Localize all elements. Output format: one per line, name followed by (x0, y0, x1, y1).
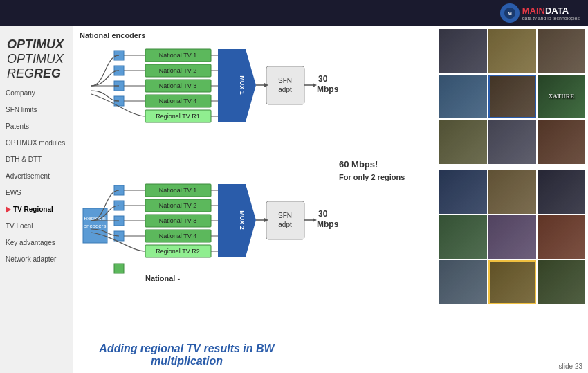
svg-text:National TV 1: National TV 1 (159, 187, 196, 194)
sidebar: OPTIMUX OPTIMUX REGREG Company SFN limit… (0, 26, 73, 373)
img-cell-nature: XATURE (538, 75, 585, 119)
svg-text:adpt: adpt (278, 86, 292, 93)
diagram-svg: National TV 1 National TV 2 National TV … (76, 46, 380, 319)
img-cell (488, 170, 536, 214)
diagram-area: National encoders National TV 1 National… (73, 26, 439, 373)
svg-text:MUX 2: MUX 2 (239, 210, 246, 230)
svg-marker-24 (218, 49, 256, 122)
sidebar-item-tv-local[interactable]: TV Local (0, 218, 73, 235)
img-cell-highlighted-yellow (488, 260, 536, 304)
img-cell (488, 120, 536, 164)
img-cell (439, 29, 487, 73)
img-cell (439, 120, 487, 164)
svg-text:encoders: encoders (84, 223, 107, 229)
svg-text:30: 30 (318, 209, 328, 219)
sidebar-item-patents[interactable]: Patents (0, 118, 73, 135)
sidebar-item-tv-regional[interactable]: TV Regional (0, 201, 73, 218)
main-content: OPTIMUX OPTIMUX REGREG Company SFN limit… (0, 26, 588, 373)
img-cell (538, 260, 585, 304)
img-cell (538, 170, 585, 214)
sidebar-item-dth[interactable]: DTH & DTT (0, 152, 73, 168)
svg-text:Regional TV R1: Regional TV R1 (156, 113, 199, 120)
svg-text:National TV 4: National TV 4 (159, 233, 196, 239)
img-cell (488, 215, 536, 260)
svg-text:National -: National - (145, 274, 180, 282)
logo: M MAINDATA data tv and ip technologies (500, 3, 580, 23)
sidebar-item-advertisement[interactable]: Advertisement (0, 168, 73, 185)
svg-text:National TV 2: National TV 2 (159, 202, 196, 209)
sidebar-item-ews[interactable]: EWS (0, 185, 73, 201)
mbps-info-line1: 60 Mbps! (339, 158, 405, 172)
img-cell (538, 120, 585, 164)
nat-enc-label: National encoders (80, 30, 145, 40)
img-cell (439, 75, 487, 119)
sidebar-item-key-advantages[interactable]: Key advantages (0, 235, 73, 251)
image-panel: XATURE (439, 26, 588, 373)
svg-marker-63 (218, 184, 256, 257)
svg-text:30: 30 (318, 74, 328, 84)
svg-text:SFN: SFN (278, 77, 292, 84)
img-cell (488, 29, 536, 73)
svg-text:Mbps: Mbps (317, 219, 339, 229)
svg-text:adpt: adpt (278, 221, 292, 228)
top-image-grid: XATURE (439, 29, 585, 164)
page-title: OPTIMUX OPTIMUX REGREG (0, 32, 73, 85)
mbps-info: 60 Mbps! For only 2 regions (339, 158, 405, 183)
sidebar-item-network-adapter[interactable]: Network adapter (0, 251, 73, 268)
logo-sub: data tv and ip technologies (522, 16, 580, 21)
sidebar-item-company[interactable]: Company (0, 85, 73, 102)
top-bar: M MAINDATA data tv and ip technologies (0, 0, 588, 26)
img-cell (439, 170, 487, 214)
svg-text:M: M (508, 11, 512, 16)
mbps-info-line2: For only 2 regions (339, 172, 405, 183)
logo-circle: M (500, 3, 520, 23)
svg-text:National TV 1: National TV 1 (159, 52, 196, 59)
bottom-image-grid (439, 170, 585, 304)
img-cell-highlighted (488, 75, 536, 119)
img-cell (538, 215, 585, 260)
svg-text:National TV 4: National TV 4 (159, 98, 196, 104)
svg-text:Regional TV R2: Regional TV R2 (156, 248, 199, 255)
svg-text:National TV 2: National TV 2 (159, 67, 196, 74)
logo-text: MAINDATA (522, 6, 580, 16)
img-cell (439, 215, 487, 260)
image-spacer (439, 164, 585, 170)
svg-text:SFN: SFN (278, 212, 292, 219)
svg-text:MUX 1: MUX 1 (239, 75, 246, 95)
arrow-icon (6, 206, 11, 213)
svg-rect-57 (114, 264, 124, 273)
img-cell (439, 260, 487, 304)
svg-text:National TV 3: National TV 3 (159, 217, 196, 224)
svg-text:National TV 3: National TV 3 (159, 82, 196, 89)
svg-text:Mbps: Mbps (317, 84, 339, 94)
slide-number: slide 23 (559, 363, 582, 370)
img-cell (538, 29, 585, 73)
sidebar-item-optimux[interactable]: OPTIMUX modules (0, 135, 73, 152)
bottom-text: Adding regional TV results in BW multipl… (86, 343, 287, 367)
sidebar-item-sfn[interactable]: SFN limits (0, 102, 73, 118)
